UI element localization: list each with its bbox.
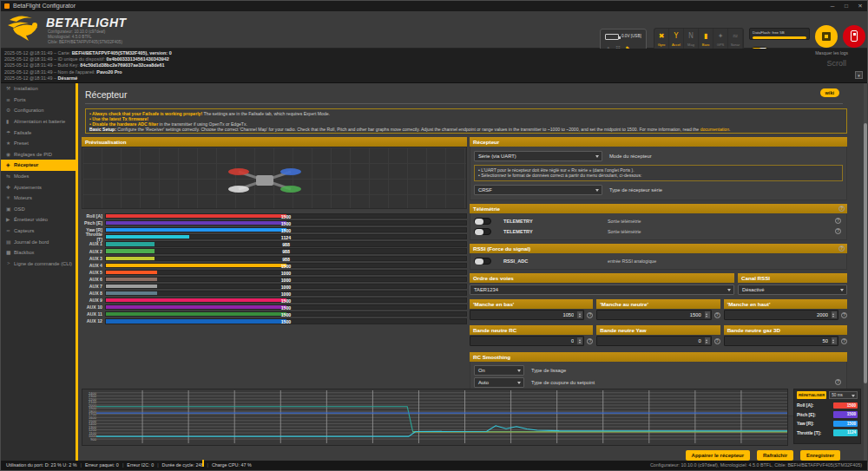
help-icon[interactable] [714,312,720,318]
sidebar-item-capteurs[interactable]: ≈Capteurs [1,226,76,237]
minimize-button[interactable]: ─ [825,1,839,11]
documentation-link[interactable]: documentation [700,127,729,132]
telemetry-toggle[interactable] [474,228,491,235]
sidebar-item-osd[interactable]: ▣OSD [1,204,76,215]
rssi-channel-select[interactable]: Désactivé [738,285,847,295]
help-icon[interactable] [838,245,845,252]
stick-center-input[interactable] [597,311,710,319]
telemetry-toggle[interactable] [474,218,491,225]
save-button[interactable]: Enregistrer [800,450,840,461]
sidebar-item-label: Réglages de PID [14,152,52,157]
wiki-button[interactable]: wiki [820,88,839,97]
smoothing-type-select[interactable]: On [474,365,524,376]
log-expand-button[interactable]: ▾ [855,71,863,79]
help-icon[interactable] [835,228,841,234]
journal-de-bord-icon: ▤ [6,239,14,245]
stick-low-input[interactable] [470,311,583,319]
channel-value: 1000 [106,278,466,283]
scrollbar-thumb[interactable] [864,123,867,383]
help-icon[interactable] [587,312,593,318]
sidebar-item-recepteur[interactable]: ◈Récepteur [1,160,76,171]
drone-model [213,163,317,198]
sidebar-item-reglages-de-pid[interactable]: ◉Réglages de PID [1,149,76,160]
stick-high-input[interactable] [725,311,838,319]
sidebar-item-blackbox[interactable]: ■Blackbox [1,247,76,258]
channel-meter: 1000 [105,291,467,296]
stepper-icon[interactable] [832,311,837,318]
sidebar-item-ports[interactable]: ≡Ports [1,95,76,106]
deadband-yaw-input[interactable] [597,337,710,345]
deadband-yaw-header: Bande neutre Yaw [596,325,720,335]
sidebar-item-preset[interactable]: ★Preset [1,138,76,149]
stepper-icon[interactable] [705,337,710,344]
channel-meter: 1500 [105,263,467,268]
deadband-rc-header: Bande neutre RC [470,325,593,335]
sidebar-item-alimentation-et-batterie[interactable]: ▮Alimentation et batterie [1,116,76,128]
channel-value: 988 [106,249,466,254]
telemetry-desc: Sortie télémétrie [608,229,641,234]
channel-meter: 988 [105,248,467,253]
chevron-down-icon [595,155,599,158]
deadband-3d-input[interactable] [725,337,838,345]
sidebar-item-installation[interactable]: ⚒Installation [1,83,76,95]
help-icon[interactable] [714,338,720,344]
setpoint-cutoff-select[interactable]: Auto [474,377,524,388]
channel-label: AUX 9 [82,298,102,303]
dataflash-box: DataFlash: free 5B [749,28,810,40]
help-icon[interactable] [587,338,593,344]
hide-logs-link[interactable]: Masquer les logs [815,50,848,56]
throttle-trace [96,426,787,436]
graph-interval-select[interactable]: 50 ms [829,391,858,399]
rssi-adc-toggle[interactable] [474,258,491,265]
sensor-label: Gyro [654,43,668,47]
stepper-icon[interactable] [832,337,837,344]
help-icon[interactable] [835,379,841,385]
channel-map-select[interactable]: TAER1234 [470,285,734,295]
help-icon[interactable] [838,206,845,212]
telemetry-section-body: TELEMETRYSortie télémétrieTELEMETRYSorti… [470,213,847,240]
uart-note: • L'UART pour le récepteur doit être rég… [474,165,843,181]
status-segment: Durée de cycle: 248 [162,462,204,468]
sidebar-item-journal-de-bord[interactable]: ▤Journal de bord [1,236,76,247]
smoothing-type-label: Type de lissage [531,368,566,373]
sidebar-item-failsafe[interactable]: ☂Failsafe [1,127,76,138]
graph-reset-button[interactable]: RÉINITIALISER [797,391,826,399]
maximize-button[interactable]: □ [839,1,853,11]
rssi-section-body: RSSI_ADC entrée RSSI analogique [470,253,847,270]
help-icon[interactable] [841,312,847,318]
close-button[interactable]: ✕ [853,1,867,11]
model-preview[interactable] [82,147,467,209]
reglages-de-pid-icon: ◉ [6,152,14,157]
window-titlebar: BetaFlight Configurator ─ □ ✕ [1,1,867,11]
sidebar-item-modes[interactable]: ⇆Modes [1,171,76,182]
stepper-icon[interactable] [577,311,582,318]
sidebar-item-configuration[interactable]: ⚙Configuration [1,105,76,116]
serial-provider-select[interactable]: CRSF [474,185,602,195]
configuration-icon: ⚙ [6,108,14,113]
bind-receiver-button[interactable]: Appairer le récepteur [686,450,750,461]
sidebar-item-cli[interactable]: ＞Ligne de commande (CLI) [1,258,76,270]
sidebar-item-emetteur-video[interactable]: ▶Émetteur vidéo [1,214,76,226]
installation-icon: ⚒ [6,86,14,91]
receiver-mode-label: Mode du récepteur [609,154,652,159]
sidebar-item-ajustements[interactable]: ✚Ajustements [1,181,76,193]
legend-value-chip: 1500 [833,411,858,418]
stepper-icon[interactable] [705,311,710,318]
help-icon[interactable] [835,218,841,224]
stepper-icon[interactable] [577,337,582,344]
deadband-rc-input[interactable] [470,337,583,345]
channel-row: AUX 91500 [82,297,467,304]
receiver-mode-select[interactable]: Série (via UART) [474,151,602,161]
sidebar-item-moteurs[interactable]: ✳Moteurs [1,193,76,204]
refresh-button[interactable]: Rafraîchir [757,450,793,461]
disconnect-button[interactable] [843,25,865,48]
content-scrollbar[interactable] [864,83,867,462]
sensor-label: Baro [699,43,713,47]
channel-label: AUX 3 [82,256,102,261]
status-segment: Utilisation du port: D: 23 % U: 2 % [6,462,77,468]
deadband-3d-field [724,336,838,346]
help-icon[interactable] [841,338,847,344]
firmware-update-button[interactable] [815,25,838,48]
chevron-down-icon [852,395,855,397]
app-icon [4,3,10,9]
